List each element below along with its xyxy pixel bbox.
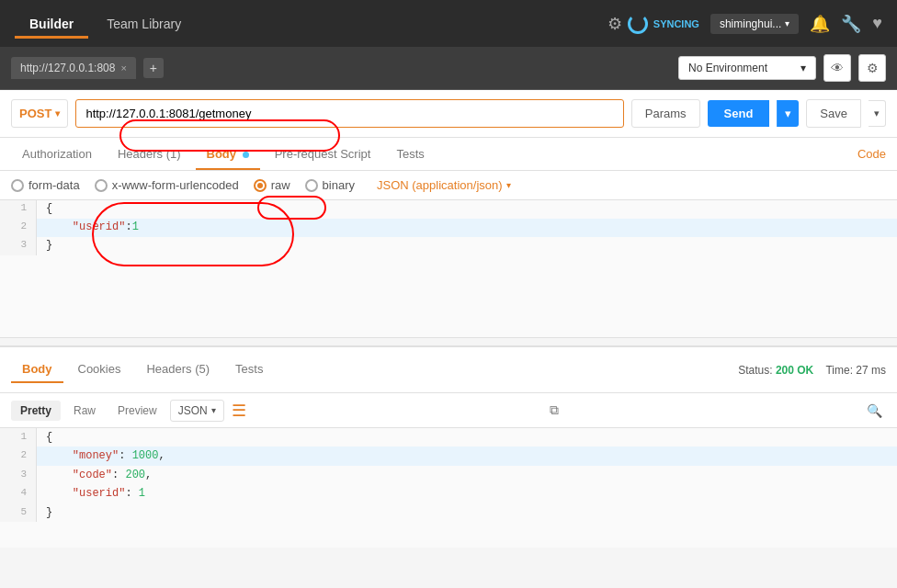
eye-icon: 👁 [831, 61, 844, 75]
request-line: POST ▾ Params Send ▾ Save ▾ [0, 90, 897, 138]
fmt-tab-pretty[interactable]: Pretty [11, 401, 61, 421]
heart-icon[interactable]: ♥ [872, 14, 882, 33]
raw-option[interactable]: raw [254, 178, 290, 192]
method-selector[interactable]: POST ▾ [11, 99, 68, 128]
gear-icon: ⚙ [867, 61, 879, 75]
top-nav: Builder Team Library ⚙ SYNCING shiminghu… [0, 0, 897, 47]
response-area: Body Cookies Headers (5) Tests Status: 2… [0, 345, 897, 548]
response-body-editor: 1 { 2 "money": 1000, 3 "code": 200, 4 "u… [0, 428, 897, 548]
wrench-icon[interactable]: 🔧 [841, 14, 861, 34]
search-button[interactable]: 🔍 [863, 400, 886, 422]
main-request-area: POST ▾ Params Send ▾ Save ▾ Authorizatio… [0, 90, 897, 338]
user-menu[interactable]: shiminghui... ▾ [710, 14, 799, 34]
send-dropdown-button[interactable]: ▾ [777, 100, 799, 127]
nav-tab-team-library[interactable]: Team Library [92, 9, 196, 39]
urlencoded-option[interactable]: x-www-form-urlencoded [95, 178, 239, 192]
code-line-3: 3 } [0, 237, 897, 255]
method-chevron-icon: ▾ [55, 108, 60, 119]
binary-radio[interactable] [305, 179, 318, 192]
json-type-selector[interactable]: JSON (application/json) ▾ [377, 178, 511, 192]
code-link[interactable]: Code [857, 147, 886, 161]
body-dot-indicator [243, 152, 249, 158]
resp-tab-tests[interactable]: Tests [224, 356, 274, 383]
copy-icon: ⧉ [550, 402, 559, 417]
url-bar-area: http://127.0.0.1:808 × + No Environment … [0, 47, 897, 90]
resp-tab-cookies[interactable]: Cookies [67, 356, 132, 383]
fmt-tab-preview[interactable]: Preview [108, 401, 166, 421]
close-tab-icon[interactable]: × [120, 62, 126, 74]
tab-body[interactable]: Body [196, 138, 260, 170]
code-line-2: 2 "userid":1 [0, 219, 897, 237]
tab-prerequest[interactable]: Pre-request Script [264, 138, 382, 170]
resp-tab-headers[interactable]: Headers (5) [135, 356, 221, 383]
binary-option[interactable]: binary [305, 178, 355, 192]
url-tab[interactable]: http://127.0.0.1:808 × [11, 57, 136, 79]
user-menu-chevron: ▾ [785, 18, 789, 28]
search-icon: 🔍 [867, 403, 882, 418]
response-status: Status: 200 OK Time: 27 ms [738, 364, 886, 377]
filter-icon[interactable]: ☰ [232, 401, 246, 421]
urlencoded-radio[interactable] [95, 179, 108, 192]
code-line-1: 1 { [0, 200, 897, 219]
resp-line-1: 1 { [0, 428, 897, 447]
env-chevron-icon: ▾ [800, 62, 806, 74]
response-tabs: Body Cookies Headers (5) Tests [11, 356, 274, 383]
save-dropdown-button[interactable]: ▾ [869, 100, 886, 127]
json-type-chevron-icon: ▾ [506, 180, 511, 190]
save-button[interactable]: Save [806, 99, 861, 128]
settings-icon[interactable]: ⚙ [607, 14, 622, 34]
status-ok-badge: 200 OK [776, 364, 813, 377]
resp-line-2: 2 "money": 1000, [0, 447, 897, 465]
response-format-bar: Pretty Raw Preview JSON ▾ ☰ ⧉ 🔍 [0, 393, 897, 428]
response-json-selector[interactable]: JSON ▾ [170, 400, 224, 422]
json-fmt-chevron-icon: ▾ [211, 405, 216, 415]
resp-line-3: 3 "code": 200, [0, 466, 897, 484]
environment-dropdown[interactable]: No Environment ▾ [678, 56, 816, 80]
form-data-option[interactable]: form-data [11, 178, 80, 192]
env-selector: No Environment ▾ 👁 ⚙ [678, 54, 886, 82]
url-input[interactable] [75, 99, 623, 128]
nav-tabs: Builder Team Library [15, 9, 196, 39]
save-dropdown-icon: ▾ [874, 107, 880, 119]
request-tabs: Authorization Headers (1) Body Pre-reque… [0, 138, 897, 171]
tab-tests[interactable]: Tests [385, 138, 435, 170]
settings-button[interactable]: ⚙ [858, 54, 886, 82]
notifications-icon[interactable]: 🔔 [810, 14, 830, 34]
tab-authorization[interactable]: Authorization [11, 138, 103, 170]
request-body-editor[interactable]: 1 { 2 "userid":1 3 } [0, 200, 897, 338]
params-button[interactable]: Params [631, 99, 700, 128]
eye-button[interactable]: 👁 [823, 54, 851, 82]
tab-headers[interactable]: Headers (1) [107, 138, 192, 170]
resp-tab-body[interactable]: Body [11, 356, 63, 383]
body-options: form-data x-www-form-urlencoded raw bina… [0, 171, 897, 200]
resp-line-5: 5 } [0, 503, 897, 522]
response-header: Body Cookies Headers (5) Tests Status: 2… [0, 347, 897, 393]
nav-tab-builder[interactable]: Builder [15, 9, 88, 39]
add-tab-button[interactable]: + [143, 58, 164, 78]
syncing-badge: ⚙ SYNCING [607, 14, 699, 34]
send-dropdown-icon: ▾ [785, 107, 791, 120]
send-button[interactable]: Send [708, 100, 770, 127]
raw-radio[interactable] [254, 179, 267, 192]
response-time: 27 ms [856, 364, 886, 377]
copy-button[interactable]: ⧉ [546, 399, 562, 422]
form-data-radio[interactable] [11, 179, 24, 192]
fmt-tab-raw[interactable]: Raw [64, 401, 105, 421]
resp-line-4: 4 "userid": 1 [0, 484, 897, 503]
nav-right: ⚙ SYNCING shiminghui... ▾ 🔔 🔧 ♥ [607, 14, 882, 34]
sync-spinner-icon [628, 14, 648, 34]
